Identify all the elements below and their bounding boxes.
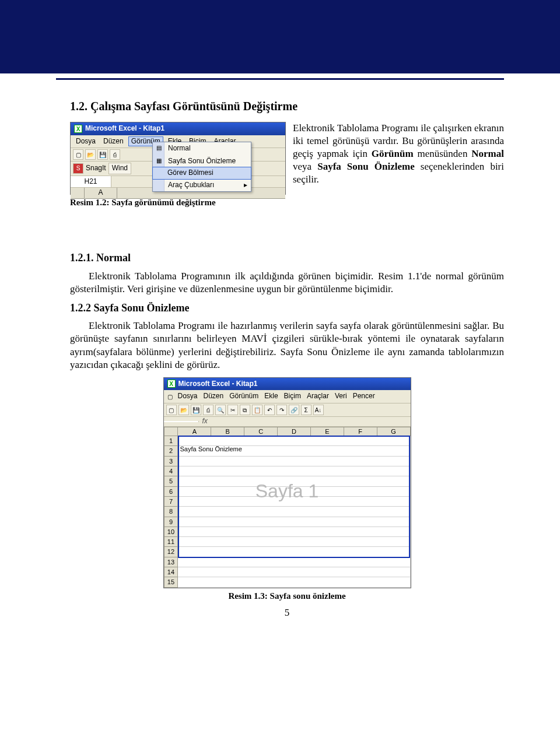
paste-icon[interactable]: 📋	[252, 405, 262, 415]
open-icon[interactable]: 📂	[85, 149, 96, 160]
col-head-a[interactable]: A	[85, 188, 117, 198]
header-banner	[0, 0, 560, 75]
data-cell[interactable]	[178, 476, 410, 486]
data-cell[interactable]	[178, 517, 410, 527]
new-icon[interactable]: ▢	[73, 149, 83, 160]
section-heading-1-2: 1.2. Çalışma Sayfası Görüntüsünü Değişti…	[70, 99, 504, 114]
autosum-icon[interactable]: Σ	[301, 405, 312, 415]
popup-item-gorev-bolmesi[interactable]: Görev Bölmesi	[152, 167, 251, 180]
popup-label-sayfa-sonu: Sayfa Sonu Önizleme	[168, 157, 236, 165]
table-row: 6	[164, 486, 410, 496]
titlebar-2: X Microsoft Excel - Kitap1	[164, 378, 411, 391]
row-9[interactable]: 9	[164, 517, 178, 527]
menu2-dosya[interactable]: Dosya	[176, 391, 200, 402]
window-title-2: Microsoft Excel - Kitap1	[178, 380, 258, 389]
popup-item-sayfa-sonu[interactable]: ▦ Sayfa Sonu Önizleme	[153, 155, 251, 168]
save-icon-2[interactable]: 💾	[191, 405, 201, 415]
data-cell[interactable]	[178, 537, 410, 547]
fx-icon[interactable]: fx	[199, 417, 211, 426]
row-10[interactable]: 10	[164, 527, 178, 536]
open-icon-2[interactable]: 📂	[178, 405, 189, 415]
undo-icon[interactable]: ↶	[264, 405, 275, 415]
data-cell[interactable]	[178, 527, 410, 536]
col-E[interactable]: E	[310, 427, 344, 436]
column-header-row: A B C D E F G	[164, 427, 410, 436]
row-14[interactable]: 14	[164, 567, 178, 577]
print-icon[interactable]: ⎙	[110, 149, 120, 160]
name-box[interactable]: H21	[71, 176, 111, 188]
chevron-right-icon: ▸	[244, 181, 247, 190]
menu-duzen[interactable]: Düzen	[100, 136, 127, 147]
save-icon[interactable]: 💾	[97, 149, 108, 160]
menu2-gorunum[interactable]: Görünüm	[227, 391, 261, 402]
row-15[interactable]: 15	[164, 577, 178, 587]
col-G[interactable]: G	[377, 427, 410, 436]
col-C[interactable]: C	[244, 427, 278, 436]
menu2-pencere[interactable]: Pencer	[351, 391, 377, 402]
data-cell[interactable]	[178, 577, 410, 587]
data-cell[interactable]	[178, 547, 410, 557]
snagit-label: SnagIt	[86, 164, 106, 173]
hyperlink-icon[interactable]: 🔗	[289, 405, 299, 415]
popup-item-normal[interactable]: ▤ Normal	[153, 142, 251, 155]
menu2-ekle[interactable]: Ekle	[262, 391, 280, 402]
row-4[interactable]: 4	[164, 466, 178, 476]
data-cell[interactable]	[178, 507, 410, 517]
figure-1-3-caption: Resim 1.3: Sayfa sonu önizleme	[70, 591, 504, 602]
menu2-duzen[interactable]: Düzen	[201, 391, 226, 402]
row-7[interactable]: 7	[164, 496, 178, 506]
data-cell[interactable]	[178, 496, 410, 506]
row-13[interactable]: 13	[164, 557, 178, 567]
sort-az-icon[interactable]: A↓	[313, 405, 324, 415]
row-3[interactable]: 3	[164, 456, 178, 466]
new-icon-2[interactable]: ▢	[166, 405, 177, 415]
menu2-araclar[interactable]: Araçlar	[304, 391, 331, 402]
paragraph-sso: Elektronik Tablolama Programı ile hazırl…	[70, 320, 504, 371]
col-A[interactable]: A	[178, 427, 211, 436]
table-row: 4	[164, 466, 410, 476]
col-B[interactable]: B	[211, 427, 244, 436]
paragraph-normal: Elektronik Tablolama Programının ilk açı…	[70, 270, 504, 296]
row-8[interactable]: 8	[164, 507, 178, 517]
subsection-1-2-1: 1.2.1. Normal	[70, 251, 504, 265]
print-icon-2[interactable]: ⎙	[203, 405, 214, 415]
print-preview-icon[interactable]: 🔍	[215, 405, 226, 415]
row-2[interactable]: 2	[164, 446, 178, 456]
popup-label-gorev: Görev Bölmesi	[167, 169, 214, 177]
row-6[interactable]: 6	[164, 486, 178, 496]
data-cell[interactable]	[178, 456, 410, 466]
name-box-2[interactable]	[164, 421, 199, 422]
table-row: 9	[164, 517, 410, 527]
row-11[interactable]: 11	[164, 537, 178, 547]
data-cell[interactable]	[178, 436, 410, 446]
data-cell[interactable]	[178, 567, 410, 577]
intro-bold1: Görünüm	[372, 148, 414, 159]
row-5[interactable]: 5	[164, 476, 178, 486]
row-12[interactable]: 12	[164, 547, 178, 557]
data-cell[interactable]	[178, 486, 410, 496]
row-1[interactable]: 1	[164, 436, 178, 446]
menu-dosya[interactable]: Dosya	[73, 136, 99, 147]
popup-item-arac-cubuklari[interactable]: Araç Çubukları ▸	[153, 179, 251, 192]
figure-1-2-wrap: X Microsoft Excel - Kitap1 Dosya Düzen G…	[70, 122, 286, 247]
data-cell[interactable]	[178, 466, 410, 476]
cut-icon[interactable]: ✂	[228, 405, 238, 415]
col-D[interactable]: D	[278, 427, 311, 436]
table-row: 7	[164, 496, 410, 506]
snagit-dropdown[interactable]: Wind	[108, 163, 131, 174]
select-all-corner[interactable]	[164, 427, 178, 436]
menu2-bicim[interactable]: Biçim	[282, 391, 303, 402]
titlebar: X Microsoft Excel - Kitap1	[71, 122, 285, 135]
data-cell[interactable]	[178, 446, 410, 456]
copy-icon[interactable]: ⧉	[240, 405, 250, 415]
menu2-veri[interactable]: Veri	[332, 391, 349, 402]
redo-icon[interactable]: ↷	[276, 405, 287, 415]
popup-label-normal: Normal	[168, 144, 191, 152]
table-row: 3	[164, 456, 410, 466]
excel-small-icon: ▢	[166, 391, 174, 402]
data-cell[interactable]	[178, 557, 410, 567]
page-body: 1.2. Çalışma Sayfası Görüntüsünü Değişti…	[0, 80, 560, 633]
col-F[interactable]: F	[344, 427, 377, 436]
snagit-icon[interactable]: S	[73, 163, 83, 174]
subsection-1-2-2: 1.2.2 Sayfa Sonu Önizleme	[70, 301, 504, 315]
